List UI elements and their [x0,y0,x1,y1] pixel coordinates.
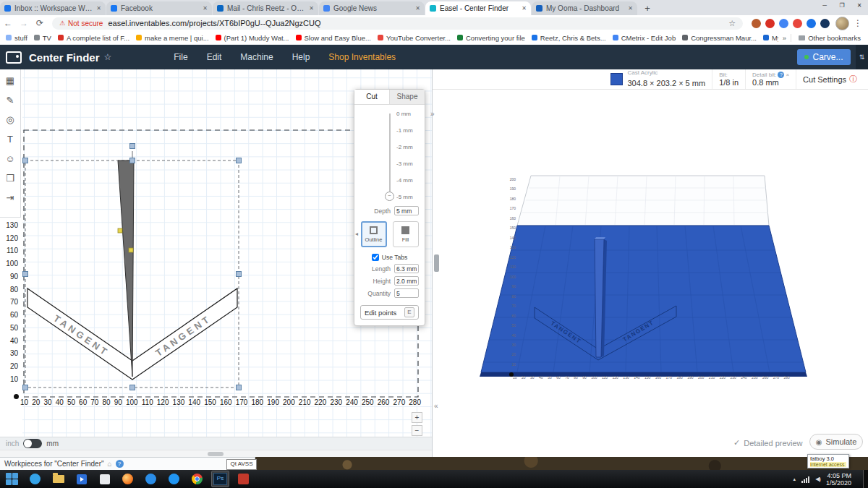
minimize-button[interactable]: ─ [816,0,833,11]
bookmark-item[interactable]: My Ooma - Home... [763,34,778,42]
shop-inventables-link[interactable]: Shop Inventables [328,52,396,62]
slider-handle[interactable]: − [385,192,394,201]
taskbar-icon-app[interactable] [95,471,114,487]
menu-item[interactable]: Edit [207,52,222,62]
point-editor-icon[interactable]: ◎ [4,114,17,125]
taskbar-icon-skype[interactable] [142,471,160,487]
taskbar-icon-file-explorer[interactable] [49,471,67,487]
maximize-button[interactable]: ❐ [833,0,851,11]
simulate-button[interactable]: ◉ Simulate [809,434,863,450]
extension-icon-3[interactable] [779,19,788,28]
back-button[interactable]: ← [0,18,16,28]
edit-node-handle[interactable] [129,248,133,252]
pointer-bar-shape[interactable] [118,160,134,377]
taskbar-icon-media-player[interactable] [72,471,90,487]
browser-tab-easel-active[interactable]: Easel - Center Finder ✕ [425,1,531,15]
detail-bit-help-icon[interactable]: ? [778,72,784,78]
bookmark-item[interactable]: Reetz, Chris & Bets... [532,34,606,42]
unit-mm-label[interactable]: mm [46,440,59,448]
menu-item[interactable]: Machine [240,52,273,62]
shapes-tool-icon[interactable]: ▦ [4,75,17,86]
use-tabs-checkbox[interactable] [372,254,379,261]
zoom-out-button[interactable]: − [412,425,422,436]
extension-icon-1[interactable] [752,19,761,28]
home-icon[interactable]: ⌂ [108,460,112,468]
browser-tab-ooma[interactable]: My Ooma - Dashboard ✕ [532,1,637,15]
volume-icon[interactable]: ◀) [815,476,820,482]
bookmark-item[interactable]: (Part 1) Muddy Wat... [216,34,289,42]
pane-resize-grip[interactable] [434,254,439,272]
bookmark-star-icon[interactable]: ☆ [728,19,736,28]
detailed-preview-toggle[interactable]: ✓ Detailed preview [733,438,803,448]
taskbar-clock[interactable]: 4:05 PM 1/5/2020 [826,472,851,487]
taskbar-icon-adobe[interactable] [234,471,252,487]
design-library-icon[interactable]: ☺ [4,153,17,164]
browser-tab-google-news[interactable]: Google News ✕ [319,1,425,15]
preview-3d-scene[interactable]: TANGENT TANGENT [433,69,868,457]
favorite-star-icon[interactable]: ☆ [104,52,112,62]
cut-settings-button[interactable]: Cut Settings ⓘ [796,69,864,89]
edit-points-button[interactable]: Edit points E [360,305,419,320]
depth-input[interactable] [394,206,419,215]
material-swatch[interactable] [610,73,623,85]
address-bar[interactable]: ⚠ Not secure easel.inventables.com/proje… [52,17,743,30]
scrollbar-thumb[interactable] [208,452,224,456]
detail-bit-close-icon[interactable]: × [786,72,789,78]
pan-zoom-widget[interactable]: ⇅ [856,45,868,69]
tab-close-icon[interactable]: ✕ [628,5,633,12]
draw-tool-icon[interactable]: ✎ [4,95,17,106]
tab-shape[interactable]: Shape [389,90,425,104]
taskbar-icon-photoshop[interactable]: Ps [211,471,229,487]
bookmark-item[interactable]: stuff [6,34,27,42]
reload-button[interactable]: ⟳ [32,18,48,28]
extension-icon-4[interactable] [793,19,802,28]
extension-icon-6[interactable] [820,19,830,28]
zoom-in-button[interactable]: + [412,412,422,423]
browser-tab-webmail[interactable]: Inbox :: Workspace Webmail ✕ [0,1,106,15]
bookmark-item[interactable]: TV [34,34,51,42]
import-icon[interactable]: ⇥ [4,192,17,203]
detail-bit-info[interactable]: Detail bit: ? × 0.8 mm [745,69,796,89]
outline-cut-button[interactable]: Outline [361,221,387,247]
collapse-panel-icon[interactable]: » [430,110,435,118]
menu-item[interactable]: File [174,52,187,62]
material-info[interactable]: Cast Acrylic 304.8 × 203.2 × 5 mm [604,69,712,89]
text-tool-icon[interactable]: T [4,134,17,145]
tab-close-icon[interactable]: ✕ [415,5,420,12]
taskbar-icon-chrome[interactable] [188,471,206,487]
bookmark-item[interactable]: Converting your file [457,34,525,42]
bookmark-item[interactable]: Congressman Maur... [682,34,757,42]
apps-icon[interactable]: ❒ [4,173,17,184]
carve-button[interactable]: Carve... [797,49,851,65]
easel-logo[interactable] [6,51,22,64]
bookmark-item[interactable]: A complete list of F... [58,34,129,42]
tab-quantity-input[interactable] [394,288,419,298]
other-bookmarks-button[interactable]: Other bookmarks [791,34,861,42]
taskbar-icon-internet-explorer[interactable] [26,471,44,487]
expand-panel-icon[interactable]: « [434,402,438,410]
security-label[interactable]: Not secure [68,20,103,27]
bit-info[interactable]: Bit: 1/8 in [712,69,745,89]
edit-node-handle[interactable] [118,228,122,233]
tab-height-input[interactable] [394,276,419,286]
extension-icon-5[interactable] [807,19,816,28]
browser-tab-outlook[interactable]: Mail - Chris Reetz - Outlook ✕ [213,1,318,15]
bookmark-item[interactable]: Slow and Easy Blue... [296,34,371,42]
show-desktop-button[interactable] [863,470,868,488]
close-button[interactable]: ✕ [851,0,868,11]
taskbar-icon-edge[interactable] [165,471,183,487]
menu-item[interactable]: Help [292,52,310,62]
tab-close-icon[interactable]: ✕ [203,5,208,12]
slider-track[interactable] [389,114,391,199]
forward-button[interactable]: → [16,18,32,28]
project-title[interactable]: Center Finder [29,51,100,64]
url-text[interactable]: easel.inventables.com/projects/XT6bIP0gU… [108,19,728,27]
browser-menu-icon[interactable]: ⋮ [854,18,862,28]
tab-cut[interactable]: Cut [354,90,389,104]
tab-close-icon[interactable]: ✕ [96,5,101,12]
bookmark-item[interactable]: CMetrix - Edit Job [613,34,676,42]
unit-toggle[interactable] [23,439,42,448]
extension-icon-2[interactable] [765,19,775,28]
profile-avatar[interactable] [835,17,849,30]
new-tab-button[interactable]: + [638,1,657,15]
